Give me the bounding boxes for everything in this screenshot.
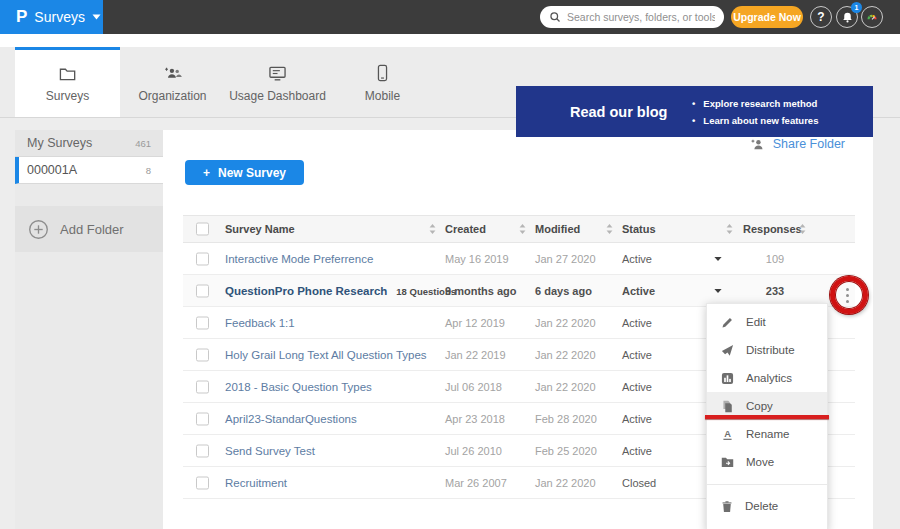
folder-list: My Surveys461000001A8 [15,130,163,184]
survey-name-link[interactable]: Recruitment [225,477,287,489]
status-cell: Active [622,413,652,425]
add-folder-button[interactable]: Add Folder [15,206,163,252]
folder-label: 000001A [27,163,77,177]
add-folder-label: Add Folder [60,222,124,237]
chevron-down-icon [92,14,101,20]
survey-name-link[interactable]: Send Survey Test [225,445,315,457]
organization-icon [162,65,183,82]
tab-label: Organization [138,89,206,103]
modified-cell: Feb 25 2020 [535,445,597,457]
rename-icon: A [721,428,734,441]
modified-cell: Jan 27 2020 [535,253,596,265]
menu-item-rename[interactable]: ARename [707,420,827,448]
notification-badge: 1 [851,2,862,13]
responses-cell: 109 [735,253,815,265]
plane-icon [721,344,734,357]
select-all-checkbox[interactable] [196,223,209,236]
gauge-icon [865,10,879,24]
survey-name-link[interactable]: QuestionPro Phone Research [225,285,387,297]
tab-surveys[interactable]: Surveys [15,47,120,117]
sort-icon[interactable] [606,224,613,235]
svg-text:A: A [724,428,731,438]
share-folder-button[interactable]: Share Folder [750,137,845,151]
table-row: Interactive Mode PreferrenceMay 16 2019J… [183,243,855,275]
status-cell: Active [622,253,652,265]
account-health-button[interactable] [861,6,883,28]
row-checkbox[interactable] [196,252,209,265]
menu-item-move[interactable]: Move [707,448,827,476]
top-bar: P Surveys Upgrade Now ? 1 [0,0,900,34]
modified-cell: Feb 28 2020 [535,413,597,425]
row-checkbox[interactable] [196,348,209,361]
survey-name-link[interactable]: April23-StandarQuestions [225,413,357,425]
menu-item-delete[interactable]: Delete [707,492,827,520]
status-cell: Active [622,445,652,457]
sort-icon[interactable] [519,224,526,235]
menu-item-edit[interactable]: Edit [707,308,827,336]
tab-mobile[interactable]: Mobile [330,47,435,117]
created-cell: Apr 23 2018 [445,413,505,425]
sidebar-folder-000001a[interactable]: 000001A8 [15,157,163,184]
menu-item-label: Analytics [746,372,792,384]
created-cell: Jul 06 2018 [445,381,502,393]
trash-icon [721,500,733,513]
row-checkbox[interactable] [196,444,209,457]
menu-item-label: Edit [746,316,766,328]
search-input[interactable] [567,11,715,23]
sort-icon[interactable] [799,224,806,235]
new-survey-label: New Survey [218,166,286,180]
new-survey-button[interactable]: + New Survey [185,160,304,185]
app-switcher[interactable]: P Surveys [0,0,103,34]
chevron-down-icon [714,256,722,261]
modified-cell: Jan 22 2020 [535,349,596,361]
app-menu-label: Surveys [34,9,85,25]
folder-label: My Surveys [27,136,92,150]
chevron-down-icon [714,288,722,293]
folder-icon [58,65,77,82]
row-checkbox[interactable] [196,316,209,329]
table-header: Survey Name Created Modified Status Resp… [183,215,855,243]
menu-item-distribute[interactable]: Distribute [707,336,827,364]
menu-item-label: Move [746,456,774,468]
created-cell: May 16 2019 [445,253,509,265]
upgrade-now-button[interactable]: Upgrade Now [731,6,803,28]
row-checkbox[interactable] [196,412,209,425]
modified-cell: Jan 22 2020 [535,381,596,393]
created-cell: Jul 26 2010 [445,445,502,457]
created-cell: Apr 12 2019 [445,317,505,329]
survey-name-link[interactable]: Holy Grail Long Text All Question Types [225,349,427,361]
tab-strip: SurveysOrganizationUsage DashboardMobile… [0,34,900,118]
status-cell: Active [622,317,652,329]
global-search[interactable] [540,6,724,28]
row-checkbox[interactable] [196,476,209,489]
questionpro-logo: P [16,7,27,27]
dashboard-icon [268,65,287,82]
folder-count: 461 [135,138,151,149]
status-dropdown[interactable] [714,288,722,293]
person-add-icon [750,138,765,151]
menu-item-label: Rename [746,428,789,440]
status-cell: Active [622,381,652,393]
sort-icon[interactable] [429,224,436,235]
sidebar-folder-my-surveys[interactable]: My Surveys461 [15,130,163,157]
menu-item-analytics[interactable]: Analytics [707,364,827,392]
plus-circle-icon [28,219,49,240]
menu-divider [707,484,827,485]
blog-banner[interactable]: Read our blog Explore research methodLea… [516,86,873,137]
survey-name-link[interactable]: Feedback 1:1 [225,317,295,329]
pencil-icon [721,316,734,329]
sort-icon[interactable] [726,224,733,235]
banner-bullet: Learn about new features [692,112,818,129]
folders-sidebar: My Surveys461000001A8 Add Folder [15,130,163,529]
help-button[interactable]: ? [810,6,832,28]
survey-name-link[interactable]: 2018 - Basic Question Types [225,381,372,393]
survey-name-link[interactable]: Interactive Mode Preferrence [225,253,373,265]
tab-usage-dashboard[interactable]: Usage Dashboard [225,47,330,117]
status-dropdown[interactable] [714,256,722,261]
modified-cell: 6 days ago [535,285,592,297]
row-checkbox[interactable] [196,380,209,393]
row-checkbox[interactable] [196,284,209,297]
folder-count: 8 [146,165,151,176]
tab-organization[interactable]: Organization [120,47,225,117]
bell-icon [841,11,854,24]
